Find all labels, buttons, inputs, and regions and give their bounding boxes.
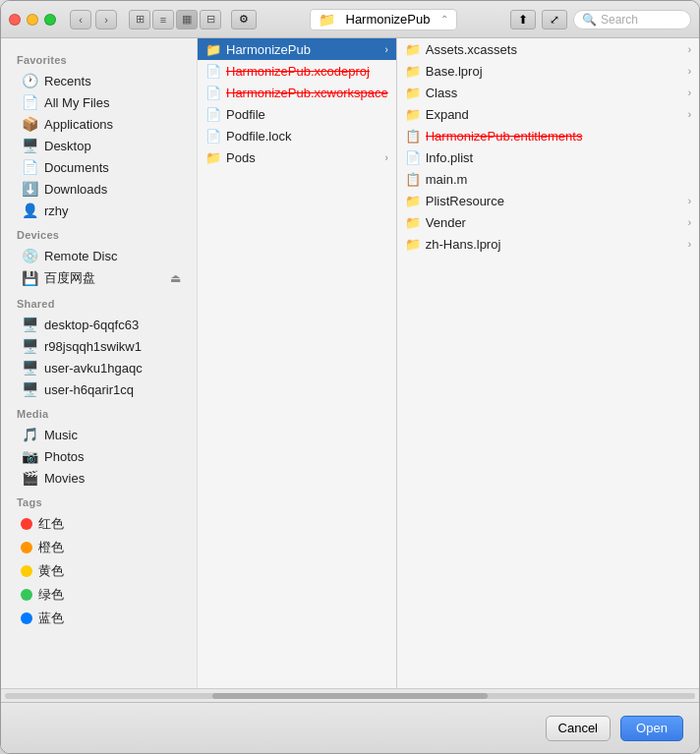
maximize-button[interactable] bbox=[44, 14, 56, 26]
sidebar-item-tag-red[interactable]: 红色 bbox=[5, 512, 193, 536]
bottom-bar: Cancel Open bbox=[1, 702, 699, 753]
sidebar-item-documents[interactable]: 📄Documents bbox=[5, 156, 193, 178]
file-item-class[interactable]: 📁Class› bbox=[397, 82, 699, 103]
movies-label: Movies bbox=[44, 471, 85, 486]
rzhy-icon: 👤 bbox=[21, 203, 38, 218]
file-item-main-m[interactable]: 📋main.m bbox=[397, 168, 699, 190]
coverflow-view-button[interactable]: ⊟ bbox=[200, 10, 221, 29]
applications-label: Applications bbox=[44, 117, 113, 132]
fullscreen-button[interactable]: ⤢ bbox=[542, 10, 567, 29]
class-arrow: › bbox=[688, 87, 691, 98]
finder-window: ‹ › ⊞ ≡ ▦ ⊟ ⚙ 📁 HarmonizePub ⌃ ⬆ ⤢ 🔍 Sea… bbox=[0, 0, 700, 754]
sidebar-item-rzhy[interactable]: 👤rzhy bbox=[5, 200, 193, 221]
search-box[interactable]: 🔍 Search bbox=[573, 10, 691, 29]
baidu-label: 百度网盘 bbox=[44, 269, 95, 287]
file-item-harmonizepub[interactable]: 📁HarmonizePub› bbox=[198, 38, 396, 60]
sidebar-item-user-avku1hgaqc[interactable]: 🖥️user-avku1hgaqc bbox=[5, 357, 193, 378]
minimize-button[interactable] bbox=[27, 14, 38, 26]
window-controls bbox=[9, 14, 56, 26]
file-item-assets-xcassets[interactable]: 📁Assets.xcassets› bbox=[397, 38, 699, 60]
list-view-button[interactable]: ≡ bbox=[152, 10, 174, 29]
harmonizepub-xcodeproj-label: HarmonizePub.xcodeproj bbox=[226, 64, 388, 79]
documents-icon: 📄 bbox=[21, 159, 38, 175]
expand-arrow: › bbox=[688, 109, 691, 120]
path-box[interactable]: 📁 HarmonizePub ⌃ bbox=[310, 9, 457, 30]
podfile-lock-icon: 📄 bbox=[205, 129, 221, 144]
sidebar-item-desktop[interactable]: 🖥️Desktop bbox=[5, 135, 193, 156]
file-item-zh-hans-lproj[interactable]: 📁zh-Hans.lproj› bbox=[397, 233, 699, 255]
plistresource-label: PlistResource bbox=[426, 194, 683, 208]
file-item-plistresource[interactable]: 📁PlistResource› bbox=[397, 190, 699, 211]
tag-dot-tag-blue bbox=[21, 612, 32, 624]
sidebar: Favorites🕐Recents📄All My Files📦Applicati… bbox=[1, 38, 198, 688]
pods-label: Pods bbox=[226, 150, 379, 165]
titlebar: ‹ › ⊞ ≡ ▦ ⊟ ⚙ 📁 HarmonizePub ⌃ ⬆ ⤢ 🔍 Sea… bbox=[1, 1, 699, 38]
column-view-button[interactable]: ▦ bbox=[176, 10, 198, 29]
share-button[interactable]: ⬆ bbox=[510, 10, 536, 29]
podfile-icon: 📄 bbox=[205, 107, 221, 122]
back-button[interactable]: ‹ bbox=[70, 10, 91, 29]
sidebar-item-downloads[interactable]: ⬇️Downloads bbox=[5, 178, 193, 200]
sidebar-item-tag-green[interactable]: 绿色 bbox=[5, 583, 193, 607]
user-avku1hgaqc-label: user-avku1hgaqc bbox=[44, 361, 143, 376]
sidebar-section-media: Media bbox=[1, 400, 197, 424]
harmonizepub-entitlements-icon: 📋 bbox=[405, 129, 421, 144]
assets-xcassets-arrow: › bbox=[688, 44, 691, 55]
forward-button[interactable]: › bbox=[95, 10, 117, 29]
view-buttons: ⊞ ≡ ▦ ⊟ bbox=[129, 10, 221, 29]
file-item-harmonizepub-entitlements[interactable]: 📋HarmonizePub.entitlements bbox=[397, 125, 699, 146]
zh-hans-lproj-icon: 📁 bbox=[405, 237, 421, 252]
scroll-track[interactable] bbox=[1, 688, 699, 702]
applications-icon: 📦 bbox=[21, 116, 38, 132]
r98jsqqh1swikw1-label: r98jsqqh1swikw1 bbox=[44, 339, 142, 354]
file-item-podfile-lock[interactable]: 📄Podfile.lock bbox=[198, 125, 396, 146]
sidebar-item-remote-disc[interactable]: 💿Remote Disc bbox=[5, 245, 193, 266]
file-item-podfile[interactable]: 📄Podfile bbox=[198, 103, 396, 125]
user-h6qarir1cq-label: user-h6qarir1cq bbox=[44, 382, 134, 397]
sidebar-item-baidu[interactable]: 💾百度网盘⏏ bbox=[5, 266, 193, 290]
sidebar-item-photos[interactable]: 📷Photos bbox=[5, 445, 193, 467]
music-label: Music bbox=[44, 428, 78, 442]
sidebar-item-all-my-files[interactable]: 📄All My Files bbox=[5, 91, 193, 113]
sidebar-item-tag-blue[interactable]: 蓝色 bbox=[5, 607, 193, 630]
harmonizepub-label: HarmonizePub bbox=[226, 42, 379, 57]
tag-dot-tag-green bbox=[21, 589, 32, 601]
path-arrow: ⌃ bbox=[440, 14, 448, 25]
harmonizepub-xcworkspace-icon: 📄 bbox=[205, 86, 221, 100]
sidebar-item-r98jsqqh1swikw1[interactable]: 🖥️r98jsqqh1swikw1 bbox=[5, 335, 193, 357]
main-content: Favorites🕐Recents📄All My Files📦Applicati… bbox=[1, 38, 699, 688]
file-item-vender[interactable]: 📁Vender› bbox=[397, 211, 699, 233]
file-item-info-plist[interactable]: 📄Info.plist bbox=[397, 146, 699, 168]
action-button[interactable]: ⚙ bbox=[231, 10, 257, 29]
icon-view-button[interactable]: ⊞ bbox=[129, 10, 150, 29]
sidebar-item-user-h6qarir1cq[interactable]: 🖥️user-h6qarir1cq bbox=[5, 378, 193, 400]
file-columns: 📁HarmonizePub›📄HarmonizePub.xcodeproj📄Ha… bbox=[198, 38, 699, 688]
sidebar-item-movies[interactable]: 🎬Movies bbox=[5, 467, 193, 489]
close-button[interactable] bbox=[9, 14, 21, 26]
podfile-label: Podfile bbox=[226, 107, 388, 122]
sidebar-item-recents[interactable]: 🕐Recents bbox=[5, 70, 193, 91]
path-container: 📁 HarmonizePub ⌃ bbox=[262, 9, 504, 30]
sidebar-item-desktop-6qqfc63[interactable]: 🖥️desktop-6qqfc63 bbox=[5, 314, 193, 335]
vender-icon: 📁 bbox=[405, 215, 421, 230]
baidu-eject[interactable]: ⏏ bbox=[170, 271, 181, 285]
file-item-harmonizepub-xcworkspace[interactable]: 📄HarmonizePub.xcworkspace bbox=[198, 82, 396, 103]
file-item-expand[interactable]: 📁Expand› bbox=[397, 103, 699, 125]
downloads-icon: ⬇️ bbox=[21, 181, 38, 197]
base-lproj-icon: 📁 bbox=[405, 64, 421, 79]
open-button[interactable]: Open bbox=[620, 716, 683, 741]
class-label: Class bbox=[426, 86, 683, 100]
sidebar-item-tag-yellow[interactable]: 黄色 bbox=[5, 559, 193, 583]
file-item-harmonizepub-xcodeproj[interactable]: 📄HarmonizePub.xcodeproj bbox=[198, 60, 396, 82]
tag-dot-tag-orange bbox=[21, 542, 32, 553]
desktop-icon: 🖥️ bbox=[21, 138, 38, 153]
assets-xcassets-label: Assets.xcassets bbox=[426, 42, 683, 57]
sidebar-item-music[interactable]: 🎵Music bbox=[5, 424, 193, 445]
sidebar-item-tag-orange[interactable]: 橙色 bbox=[5, 536, 193, 559]
cancel-button[interactable]: Cancel bbox=[546, 716, 611, 741]
info-plist-label: Info.plist bbox=[426, 150, 691, 165]
sidebar-item-applications[interactable]: 📦Applications bbox=[5, 113, 193, 135]
file-item-base-lproj[interactable]: 📁Base.lproj› bbox=[397, 60, 699, 82]
folder-icon: 📁 bbox=[319, 12, 335, 28]
file-item-pods[interactable]: 📁Pods› bbox=[198, 146, 396, 168]
